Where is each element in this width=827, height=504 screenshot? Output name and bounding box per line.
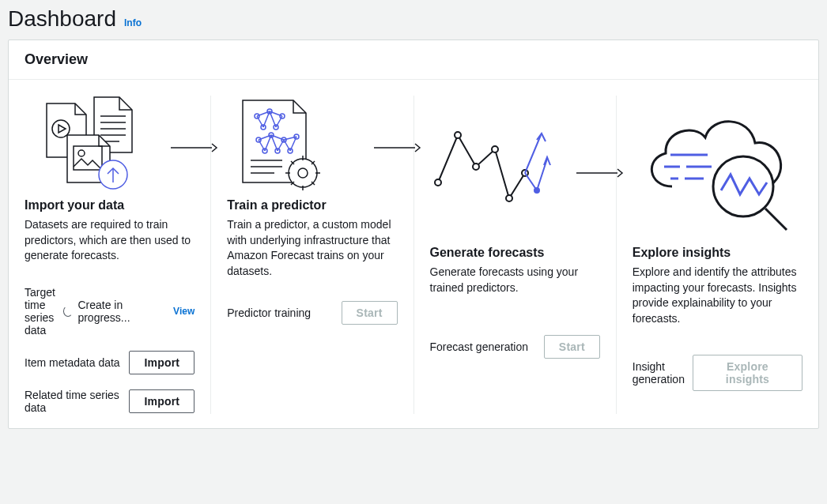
info-link[interactable]: Info [124,17,142,28]
start-forecast-button[interactable]: Start [544,335,600,359]
train-desc: Train a predictor, a custom model with u… [227,217,397,279]
predictor-doc-icon [227,96,338,190]
forecast-title: Generate forecasts [430,246,600,260]
predictor-row: Predictor training Start [227,301,397,325]
arrow-icon [576,167,624,179]
predictor-label: Predictor training [227,307,333,319]
panel-title: Overview [25,51,802,68]
arrow-icon [171,141,218,154]
cloud-insights-icon [633,100,799,234]
import-desc: Datasets are required to train predictor… [25,217,194,264]
related-label: Related time series data [25,389,121,414]
import-item-button[interactable]: Import [129,351,194,374]
svg-point-51 [435,179,441,186]
page-title: Dashboard [8,6,116,32]
panel-header: Overview [9,40,818,80]
import-title: Import your data [25,198,194,213]
start-predictor-button[interactable]: Start [342,301,398,325]
step-insights: Explore insights Explore and identify th… [617,96,818,414]
item-row: Item metadata data Import [25,351,194,374]
svg-point-55 [506,195,512,201]
import-related-button[interactable]: Import [129,389,194,413]
train-illustration [227,96,397,190]
forecast-label: Forecast generation [430,340,536,353]
svg-point-52 [455,132,461,138]
target-status: Create in progress... View [63,299,194,324]
insights-desc: Explore and identify the attributes impa… [633,265,802,326]
svg-point-57 [534,188,539,193]
target-label: Target time series data [25,286,55,337]
line-chart-icon [430,111,557,222]
insights-illustration [633,96,802,238]
overview-panel: Overview [8,39,819,429]
page-root: Dashboard Info Overview [0,0,827,438]
insights-label: Insight generation [633,360,685,386]
forecast-illustration [430,96,600,238]
explore-insights-button[interactable]: Explore insights [693,355,802,391]
step-forecast: Generate forecasts Generate forecasts us… [414,96,617,414]
target-row: Target time series data Create in progre… [25,286,194,337]
train-title: Train a predictor [227,198,397,213]
svg-line-65 [765,209,787,230]
item-label: Item metadata data [25,356,121,369]
import-illustration [25,96,194,190]
arrow-icon [374,141,421,154]
files-upload-icon [25,96,135,190]
forecast-desc: Generate forecasts using your trained pr… [430,265,600,295]
insights-row: Insight generation Explore insights [633,355,802,391]
target-view-link[interactable]: View [173,306,194,317]
svg-point-53 [473,164,479,170]
forecast-row: Forecast generation Start [430,335,600,359]
title-row: Dashboard Info [8,6,819,32]
steps-container: Import your data Datasets are required t… [9,80,818,428]
svg-point-54 [492,146,498,152]
insights-title: Explore insights [633,246,802,260]
spinner-icon [63,306,73,317]
related-row: Related time series data Import [25,389,194,414]
step-import: Import your data Datasets are required t… [9,96,211,414]
target-status-text: Create in progress... [77,299,165,324]
step-train: Train a predictor Train a predictor, a c… [211,96,414,414]
